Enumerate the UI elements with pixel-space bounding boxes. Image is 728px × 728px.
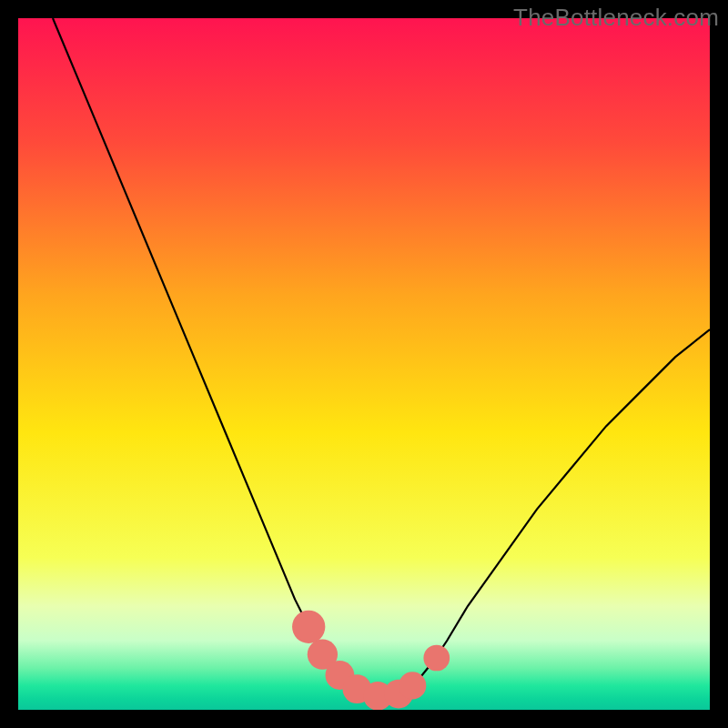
curve-marker xyxy=(399,672,426,699)
bottleneck-chart xyxy=(18,18,710,710)
watermark-text: TheBottleneck.com xyxy=(513,4,719,32)
chart-frame: TheBottleneck.com xyxy=(0,0,728,728)
plot-background xyxy=(18,18,710,710)
curve-marker xyxy=(423,645,450,672)
curve-marker xyxy=(292,611,325,643)
